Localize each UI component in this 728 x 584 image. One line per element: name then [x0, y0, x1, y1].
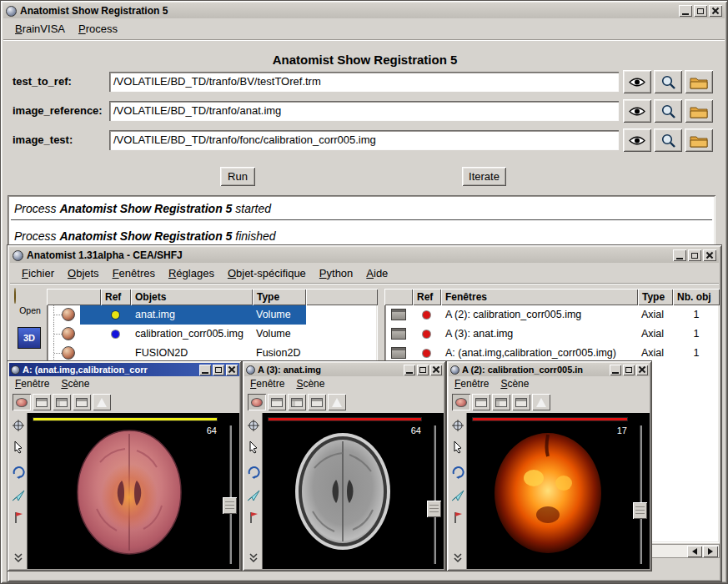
- menu-aide[interactable]: Aide: [359, 264, 394, 282]
- menu-fenetre[interactable]: Fenêtre: [9, 376, 55, 392]
- trackball-tool[interactable]: [11, 418, 26, 433]
- menu-scene[interactable]: Scène: [55, 376, 95, 392]
- slider-handle[interactable]: [633, 502, 647, 519]
- iterate-button[interactable]: Iterate: [462, 167, 506, 186]
- sagittal-view-button[interactable]: [53, 394, 71, 410]
- lighting-button[interactable]: [532, 394, 550, 410]
- rotate-tool[interactable]: [11, 465, 26, 480]
- pointer-tool[interactable]: [450, 440, 465, 455]
- menu-fichier[interactable]: Fichier: [15, 264, 61, 282]
- axial-view-button[interactable]: [13, 394, 31, 410]
- menu-objet-specifique[interactable]: Objet-spécifique: [221, 264, 313, 282]
- menu-process[interactable]: Process: [72, 20, 124, 38]
- menu-fenetres[interactable]: Fenêtres: [106, 264, 162, 282]
- slider-handle[interactable]: [427, 501, 441, 517]
- image-reference-input[interactable]: /VOLATILE/BD_TD/tranfo/anat.img: [109, 101, 619, 121]
- trackball-tool[interactable]: [450, 418, 465, 433]
- oblique-view-button[interactable]: [73, 394, 91, 410]
- collapse-toolbar-button[interactable]: [11, 551, 26, 566]
- close-button[interactable]: [703, 249, 716, 261]
- collapse-toolbar-button[interactable]: [450, 551, 465, 566]
- viewer-viewport[interactable]: 64: [263, 413, 444, 569]
- slice-slider[interactable]: [633, 425, 648, 564]
- maximize-button[interactable]: [694, 5, 707, 17]
- column-header-ref[interactable]: Ref: [101, 289, 131, 305]
- slice-slider[interactable]: [223, 425, 238, 564]
- minimize-button[interactable]: [673, 249, 686, 261]
- menu-brainvisa[interactable]: BrainVISA: [8, 20, 72, 38]
- 3d-window-button[interactable]: 3D: [18, 327, 41, 349]
- object-row-anat[interactable]: anat.img Volume: [47, 305, 378, 325]
- minimize-button[interactable]: [404, 365, 415, 375]
- menu-objets[interactable]: Objets: [61, 264, 106, 282]
- maximize-button[interactable]: [623, 365, 635, 375]
- scroll-left-button[interactable]: [687, 546, 702, 557]
- open-file-button[interactable]: [685, 70, 713, 93]
- menu-python[interactable]: Python: [313, 264, 359, 282]
- column-header-type[interactable]: Type: [638, 289, 673, 305]
- column-header-objets[interactable]: Objets: [131, 289, 253, 305]
- minimize-button[interactable]: [610, 365, 621, 375]
- maximize-button[interactable]: [417, 365, 429, 375]
- image-test-input[interactable]: /VOLATILE/BD_TD/tranfo/fonc/calibration_…: [109, 130, 619, 150]
- oblique-view-button[interactable]: [308, 394, 326, 410]
- scroll-right-button[interactable]: [703, 546, 718, 557]
- browse-database-button[interactable]: [654, 99, 682, 123]
- column-header[interactable]: [384, 289, 413, 305]
- object-row-calibration[interactable]: calibration_corr005.img Volume: [47, 325, 378, 344]
- minimize-button[interactable]: [199, 365, 211, 375]
- close-button[interactable]: [226, 365, 238, 375]
- viewer-titlebar[interactable]: A (3): anat.img: [244, 363, 444, 376]
- slider-handle[interactable]: [223, 497, 237, 514]
- maximize-button[interactable]: [688, 249, 701, 261]
- maximize-button[interactable]: [213, 365, 224, 375]
- fly-tool[interactable]: [246, 488, 261, 503]
- trackball-tool[interactable]: [246, 418, 261, 433]
- open-file-button[interactable]: [685, 99, 713, 123]
- flag-tool[interactable]: [11, 510, 26, 525]
- axial-view-button[interactable]: [248, 394, 266, 410]
- browse-database-button[interactable]: [654, 128, 682, 152]
- flag-tool[interactable]: [246, 510, 261, 525]
- slice-slider[interactable]: [427, 425, 442, 564]
- collapse-toolbar-button[interactable]: [246, 551, 261, 566]
- lighting-button[interactable]: [328, 394, 346, 410]
- view-file-button[interactable]: [623, 70, 651, 93]
- coronal-view-button[interactable]: [268, 394, 286, 410]
- column-header[interactable]: [47, 289, 101, 305]
- axial-view-button[interactable]: [452, 394, 470, 410]
- column-header-ref[interactable]: Ref: [413, 289, 441, 305]
- viewer-titlebar[interactable]: A: (anat.img,calibration_corr: [9, 363, 239, 376]
- coronal-view-button[interactable]: [33, 394, 51, 410]
- menu-reglages[interactable]: Réglages: [162, 264, 221, 282]
- coronal-view-button[interactable]: [472, 394, 490, 410]
- column-header-nbobj[interactable]: Nb. obj: [673, 289, 720, 305]
- main-titlebar[interactable]: Anatomist Show Registration 5: [3, 3, 725, 18]
- anatomist-titlebar[interactable]: Anatomist 1.31alpha - CEA/SHFJ: [10, 248, 719, 263]
- tree-branch[interactable]: [53, 305, 62, 325]
- browse-database-button[interactable]: [654, 70, 682, 93]
- window-row[interactable]: A (3): anat.img Axial 1: [384, 325, 720, 344]
- pointer-tool[interactable]: [11, 440, 26, 455]
- sagittal-view-button[interactable]: [492, 394, 510, 410]
- minimize-button[interactable]: [679, 5, 692, 17]
- tree-branch[interactable]: [53, 325, 62, 344]
- column-header[interactable]: [306, 289, 378, 305]
- window-row[interactable]: A (2): calibration_corr005.img Axial 1: [384, 305, 720, 325]
- rotate-tool[interactable]: [450, 465, 465, 480]
- column-header-fenetres[interactable]: Fenêtres: [441, 289, 638, 305]
- open-object-button[interactable]: Open: [14, 289, 46, 325]
- close-button[interactable]: [430, 365, 442, 375]
- view-file-button[interactable]: [623, 128, 651, 152]
- menu-fenetre[interactable]: Fenêtre: [449, 376, 495, 392]
- lighting-button[interactable]: [93, 394, 111, 410]
- column-header-type[interactable]: Type: [253, 289, 306, 305]
- open-file-button[interactable]: [685, 128, 713, 152]
- oblique-view-button[interactable]: [512, 394, 530, 410]
- menu-fenetre[interactable]: Fenêtre: [244, 376, 290, 392]
- flag-tool[interactable]: [450, 510, 465, 525]
- run-button[interactable]: Run: [220, 167, 255, 186]
- viewer-titlebar[interactable]: A (2): calibration_corr005.in: [449, 363, 650, 376]
- viewer-viewport[interactable]: 17: [467, 413, 650, 569]
- menu-scene[interactable]: Scène: [290, 376, 330, 392]
